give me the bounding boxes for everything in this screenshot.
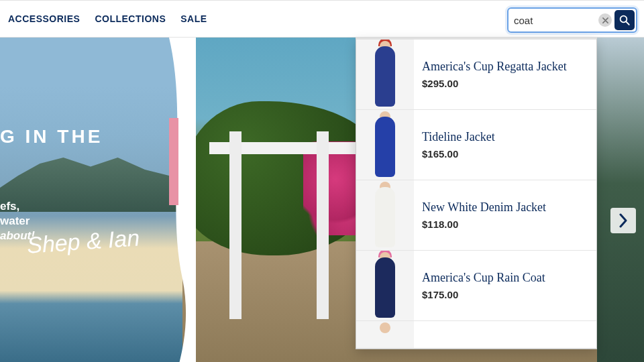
result-price: $175.00 (422, 289, 545, 300)
result-thumbnail (356, 251, 414, 320)
search-result[interactable]: America's Cup Rain Coat $175.00 (356, 251, 596, 321)
carousel-next-button[interactable] (610, 208, 636, 233)
hero-subtext-1: efs, (0, 200, 19, 213)
clear-search-button[interactable] (598, 13, 612, 27)
nav-links: ACCESSORIES COLLECTIONS SALE (8, 13, 207, 24)
result-price: $295.00 (422, 78, 567, 89)
railing-post (229, 131, 241, 319)
result-name: America's Cup Regatta Jacket (422, 60, 567, 74)
result-price: $118.00 (422, 219, 546, 230)
nav-accessories[interactable]: ACCESSORIES (8, 13, 80, 24)
search-input[interactable] (510, 11, 597, 29)
hero-slide-left: G IN THE efs, water about! Shep & Ian (0, 38, 182, 362)
hero-subtext-2: water (0, 215, 30, 228)
mountain-graphic (0, 152, 181, 212)
railing-post (317, 131, 329, 319)
result-thumbnail (356, 40, 414, 109)
svg-line-1 (626, 21, 629, 25)
nav-sale[interactable]: SALE (180, 13, 207, 24)
search-result[interactable] (356, 321, 596, 349)
result-name: Tideline Jacket (422, 130, 495, 144)
close-icon (602, 17, 608, 23)
search-results-dropdown: America's Cup Regatta Jacket $295.00 Tid… (356, 38, 597, 349)
pink-accent (169, 118, 178, 205)
result-thumbnail (356, 321, 414, 348)
result-price: $165.00 (422, 148, 495, 160)
hero-slide-right (597, 38, 644, 362)
result-name: New White Denim Jacket (422, 200, 546, 215)
search-result[interactable]: America's Cup Regatta Jacket $295.00 (356, 40, 596, 110)
nav-collections[interactable]: COLLECTIONS (95, 13, 166, 24)
search-button[interactable] (614, 10, 635, 30)
result-thumbnail (356, 110, 414, 180)
hero-signature: Shep & Ian (26, 225, 141, 259)
hero-title-fragment: G IN THE (0, 126, 103, 147)
top-nav-bar: ACCESSORIES COLLECTIONS SALE (0, 0, 644, 38)
result-thumbnail (356, 180, 414, 250)
search-result[interactable]: New White Denim Jacket $118.00 (356, 180, 596, 251)
search-icon (619, 14, 631, 26)
chevron-right-icon (619, 213, 628, 228)
search-box (507, 7, 637, 33)
result-name: America's Cup Rain Coat (422, 271, 545, 285)
search-result[interactable]: Tideline Jacket $165.00 (356, 110, 596, 180)
